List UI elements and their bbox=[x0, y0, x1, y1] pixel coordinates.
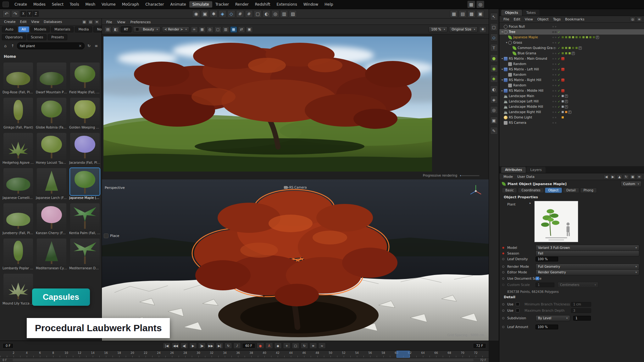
material-chip[interactable] bbox=[575, 36, 578, 39]
object-row-landscape-right-hill[interactable]: Landscape Right Hill✓F bbox=[499, 109, 644, 115]
asset-item-kentia-palm-fall-plant[interactable]: Kentia Palm (Fall, Plant) bbox=[69, 203, 101, 235]
asset-item-kanzan-cherry-fall-pl[interactable]: Kanzan Cherry (Fall, Pl... bbox=[35, 203, 68, 235]
material-chip[interactable] bbox=[561, 105, 564, 108]
redshift-tag-icon[interactable] bbox=[561, 79, 564, 82]
menu-modes[interactable]: Modes bbox=[30, 1, 49, 8]
display-tag-icon[interactable]: F bbox=[565, 100, 568, 103]
expander-icon[interactable]: ▾ bbox=[501, 30, 504, 33]
axis-x-toggle[interactable]: X bbox=[20, 11, 26, 17]
material-chip[interactable] bbox=[592, 36, 595, 39]
object-row-grass[interactable]: ▾Grass✓ bbox=[499, 40, 644, 45]
play-button[interactable]: ▶ bbox=[189, 343, 197, 349]
material-chip[interactable] bbox=[561, 52, 564, 55]
asset-menu-edit[interactable]: Edit bbox=[18, 19, 29, 25]
visibility-render-dot[interactable] bbox=[555, 90, 557, 92]
enable-check-icon[interactable]: ✓ bbox=[557, 63, 561, 66]
redo-icon[interactable]: ↷ bbox=[11, 10, 19, 18]
display-tag-icon[interactable]: F bbox=[568, 111, 571, 114]
asset-item-field-maple-fall-plant[interactable]: Field Maple (Fall, Plant) bbox=[69, 62, 101, 95]
visibility-render-dot[interactable] bbox=[555, 63, 557, 65]
beauty-dropdown[interactable]: Beauty▾ bbox=[133, 26, 160, 32]
visibility-render-dot[interactable] bbox=[555, 101, 557, 102]
pointer-tool-icon[interactable]: ↖ bbox=[490, 13, 498, 20]
expander-icon[interactable]: ▾ bbox=[501, 68, 504, 71]
redshift-tag-icon[interactable] bbox=[561, 68, 564, 71]
enable-check-icon[interactable]: ✓ bbox=[557, 57, 561, 60]
record-pla-icon[interactable]: ≈ bbox=[318, 343, 326, 349]
material-chip[interactable] bbox=[561, 100, 564, 103]
playhead[interactable] bbox=[397, 351, 410, 358]
om-menu-file[interactable]: File bbox=[501, 17, 511, 22]
asset-menu-create[interactable]: Create bbox=[2, 19, 18, 25]
axis-z-toggle[interactable]: Z bbox=[33, 11, 39, 17]
size-dropdown[interactable]: Original Size▾ bbox=[449, 26, 478, 32]
asset-item-japanese-larch-fall[interactable]: Japanese Larch (Fall, ... bbox=[35, 167, 68, 200]
object-row-rs-dome-light[interactable]: RS Dome Light bbox=[499, 115, 644, 120]
filter-materials[interactable]: Materials bbox=[51, 26, 74, 32]
camera-tool-icon[interactable]: ▣ bbox=[490, 117, 498, 124]
visibility-editor-dot[interactable] bbox=[552, 63, 554, 65]
asset-item-lombardy-poplar-fall[interactable]: Lombardy Poplar (Fall... bbox=[2, 238, 35, 271]
keyframe-dot[interactable] bbox=[502, 247, 504, 249]
object-row-landscape-left-hill[interactable]: Landscape Left Hill✓F bbox=[499, 99, 644, 104]
object-row-blue-grama[interactable]: Blue Grama✓F bbox=[499, 51, 644, 56]
range-start-field[interactable]: 0 F bbox=[3, 343, 14, 348]
enable-check-icon[interactable]: ✓ bbox=[557, 79, 561, 82]
object-row-landscape-main[interactable]: Landscape Main✓F bbox=[499, 93, 644, 99]
visibility-editor-dot[interactable] bbox=[552, 117, 554, 118]
attr-tab-basic[interactable]: Basic bbox=[502, 188, 517, 193]
sound-toggle-button[interactable]: ♪ bbox=[233, 343, 241, 349]
loop-mode-button[interactable]: ↻ bbox=[225, 343, 232, 349]
material-chip[interactable] bbox=[582, 36, 585, 39]
asset-browser-toggle-icon[interactable]: ▣ bbox=[476, 10, 484, 18]
zoom-dropdown[interactable]: 100 %▾ bbox=[429, 26, 447, 32]
snapshot-icon[interactable]: ▤ bbox=[104, 26, 111, 33]
leaf-density-field[interactable]: 100 % bbox=[536, 257, 558, 261]
menu-extensions[interactable]: Extensions bbox=[273, 1, 300, 8]
redshift-tag-icon[interactable] bbox=[561, 89, 564, 92]
search-commander-icon[interactable]: ◎ bbox=[476, 1, 484, 8]
display-tag-icon[interactable]: F bbox=[572, 52, 575, 55]
grid-view-icon[interactable]: ▦ bbox=[81, 19, 87, 25]
visibility-render-dot[interactable] bbox=[555, 74, 557, 76]
search-input[interactable] bbox=[20, 44, 77, 48]
home-icon[interactable]: ⌂ bbox=[3, 43, 8, 49]
display-tag-icon[interactable]: F bbox=[579, 47, 582, 50]
viewport-layout-icon[interactable]: ▦ bbox=[450, 10, 458, 18]
asset-item-japanese-maple-fall[interactable]: Japanese Maple (Fall, ... bbox=[69, 167, 101, 200]
menu-mesh[interactable]: Mesh bbox=[82, 1, 98, 8]
interface-layout-icon[interactable]: ▦ bbox=[467, 1, 475, 8]
filter-all[interactable]: All bbox=[18, 26, 30, 32]
filter-presets[interactable]: Presets bbox=[48, 34, 67, 40]
link-render-view-icon[interactable]: ∞ bbox=[191, 26, 198, 33]
attr-tab-coordinates[interactable]: Coordinates bbox=[518, 188, 544, 193]
om-menu-object[interactable]: Object bbox=[535, 17, 551, 22]
simulate-project-icon[interactable]: ◈ bbox=[219, 10, 226, 18]
menu-tools[interactable]: Tools bbox=[67, 1, 82, 8]
range-end-field[interactable]: 72 F bbox=[473, 343, 486, 348]
clear-search-icon[interactable]: × bbox=[79, 44, 82, 48]
enable-check-icon[interactable]: ✓ bbox=[557, 68, 561, 71]
subdivision-mode-dropdown[interactable]: By Level▾ bbox=[536, 315, 570, 321]
enable-check-icon[interactable]: ✓ bbox=[557, 47, 561, 50]
material-chip[interactable] bbox=[561, 111, 564, 113]
object-row-focus-null[interactable]: Focus Null bbox=[499, 24, 644, 29]
custom-scale-field[interactable]: 1 bbox=[536, 282, 554, 287]
safe-frame-icon[interactable]: ▥ bbox=[280, 10, 288, 18]
asset-item-dwarf-mountain-pine[interactable]: Dwarf Mountain Pine (... bbox=[35, 62, 68, 95]
measure-tool-icon[interactable]: ◐ bbox=[490, 85, 498, 93]
visibility-editor-dot[interactable] bbox=[552, 106, 554, 108]
keyframe-dot[interactable] bbox=[502, 252, 504, 255]
object-row-common-quaking-grass[interactable]: Common Quaking Grass✓F bbox=[499, 45, 644, 51]
preset-dropdown[interactable]: Custom▾ bbox=[621, 181, 641, 187]
render-settings-icon[interactable]: ✱ bbox=[210, 10, 218, 18]
material-chip[interactable] bbox=[572, 47, 575, 49]
sphere-tool-icon[interactable]: ● bbox=[490, 54, 498, 62]
record-rotation-icon[interactable]: ↻ bbox=[301, 343, 308, 349]
modes-menu-icon[interactable]: ◐ bbox=[263, 10, 270, 18]
asset-item-globe-robinia-fall-pl[interactable]: Globe Robinia (Fall, Pl... bbox=[35, 97, 68, 130]
menu-render[interactable]: Render bbox=[232, 1, 252, 8]
autokey-button[interactable]: A bbox=[265, 343, 273, 349]
keyframe-dot[interactable] bbox=[502, 326, 504, 328]
visibility-editor-dot[interactable] bbox=[552, 26, 554, 28]
